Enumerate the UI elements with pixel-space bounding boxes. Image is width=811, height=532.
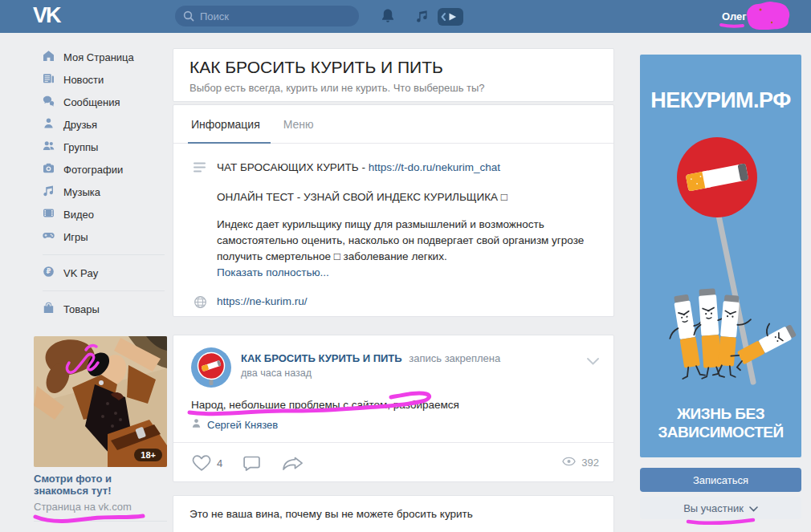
banner-brand: НЕКУРИМ.РФ <box>640 88 801 113</box>
globe-icon <box>194 293 207 314</box>
like-button[interactable]: 4 <box>191 453 222 473</box>
group-info-card: Информация Меню ЧАТ БРОСАЮЩИХ КУРИТЬ - h… <box>173 104 614 317</box>
video-icon <box>43 207 55 221</box>
search-input[interactable] <box>200 10 351 22</box>
share-button[interactable] <box>281 453 305 473</box>
sidebar-item-friends[interactable]: Друзья <box>43 113 165 136</box>
website-row: https://ne-kurim.ru/ <box>194 293 593 314</box>
signature-link: Сергей Князев <box>207 419 278 431</box>
user-menu-chevron-icon[interactable] <box>778 14 788 26</box>
tab-menu[interactable]: Меню <box>283 105 314 143</box>
sidebar-item-vk-pay[interactable]: ₽ VK Pay <box>43 262 165 284</box>
sidebar-item-groups[interactable]: Группы <box>43 136 165 158</box>
games-icon <box>43 229 55 244</box>
member-chevron-icon <box>749 502 758 514</box>
website-link[interactable]: https://ne-kurim.ru/ <box>217 295 308 307</box>
comment-icon <box>242 453 262 473</box>
group-status: Выбор есть всегда, курить или не курить.… <box>190 82 597 94</box>
sidebar-item-news[interactable]: Новости <box>43 68 165 91</box>
info-line-chat: ЧАТ БРОСАЮЩИХ КУРИТЬ - https://t-do.ru/n… <box>217 160 593 176</box>
photos-icon <box>43 162 55 177</box>
tab-bar: Информация Меню <box>173 105 613 144</box>
tab-information[interactable]: Информация <box>191 105 260 143</box>
subscribe-button[interactable]: Записаться <box>640 468 801 492</box>
post-text: Народ, небольшие проблемы с сайтом, разб… <box>191 399 459 411</box>
show-more-link[interactable]: Показать полностью... <box>217 266 329 278</box>
group-header-card: КАК БРОСИТЬ КУРИТЬ И ПИТЬ Выбор есть все… <box>173 48 614 102</box>
pinned-label: запись закреплена <box>409 352 500 364</box>
pinned-post-card: КАК БРОСИТЬ КУРИТЬ И ПИТЬ запись закрепл… <box>173 335 614 482</box>
heart-icon <box>191 453 212 473</box>
post-timestamp[interactable]: два часа назад <box>241 368 312 379</box>
groups-icon <box>43 140 55 154</box>
svg-text:₽: ₽ <box>47 267 51 275</box>
next-post-text: Это не ваша вина, почему вы не можете бр… <box>190 508 597 520</box>
top-bar: VK Олег <box>0 0 811 33</box>
chat-link[interactable]: https://t-do.ru/nekurim_chat <box>369 161 500 173</box>
vkpay-icon: ₽ <box>43 266 55 280</box>
sidebar-item-market[interactable]: Товары <box>43 298 165 320</box>
search-box <box>175 6 359 26</box>
video-clips-icon[interactable] <box>438 8 463 28</box>
post-views: 392 <box>562 457 599 469</box>
friends-icon <box>43 117 55 132</box>
sidebar-ad: 18+ Смотри фото и знакомься тут! Страниц… <box>34 336 167 522</box>
sidebar-item-my-page[interactable]: Моя Страница <box>43 46 165 68</box>
person-icon <box>191 418 202 431</box>
page-title: КАК БРОСИТЬ КУРИТЬ И ПИТЬ <box>190 58 597 77</box>
views-count: 392 <box>581 457 599 469</box>
post-signature[interactable]: Сергей Князев <box>191 418 278 431</box>
sidebar-divider <box>43 254 165 255</box>
group-avatar[interactable] <box>191 347 231 390</box>
no-smoking-illustration <box>640 55 801 457</box>
description-list-icon <box>194 160 207 281</box>
notifications-bell-icon[interactable] <box>380 8 396 27</box>
sidebar-item-messages[interactable]: Сообщения <box>43 91 165 113</box>
post-menu-chevron-icon[interactable] <box>587 355 599 368</box>
info-paragraph: Индекс дает курильщику пищу для размышле… <box>217 217 593 265</box>
vk-logo[interactable]: VK <box>33 3 60 28</box>
post-header: КАК БРОСИТЬ КУРИТЬ И ПИТЬ запись закрепл… <box>241 352 500 364</box>
description-row: ЧАТ БРОСАЮЩИХ КУРИТЬ - https://t-do.ru/n… <box>194 160 593 281</box>
right-banner-ad[interactable]: НЕКУРИМ.РФ ЖИЗНЬ БЕЗ ЗАВИСИМОСТЕЙ <box>640 55 801 457</box>
member-dropdown-button[interactable]: Вы участник <box>640 497 801 519</box>
next-post-card: Это не ваша вина, почему вы не можете бр… <box>173 495 614 532</box>
ad-divider <box>34 521 167 522</box>
like-count: 4 <box>217 457 222 469</box>
post-actions: 4 <box>191 443 305 483</box>
share-icon <box>281 453 305 473</box>
sidebar-item-video[interactable]: Видео <box>43 203 165 225</box>
eye-icon <box>562 457 576 469</box>
user-avatar[interactable] <box>750 5 773 28</box>
user-name[interactable]: Олег <box>722 10 747 22</box>
sidebar-item-games[interactable]: Игры <box>43 225 165 248</box>
messages-icon <box>43 95 55 109</box>
age-badge: 18+ <box>134 449 162 461</box>
ad-title-link[interactable]: Смотри фото и знакомься тут! <box>34 473 154 497</box>
left-sidebar: Моя Страница Новости Сообщения Друзья Гр… <box>43 46 165 320</box>
search-icon <box>183 10 194 22</box>
sidebar-item-photos[interactable]: Фотографии <box>43 158 165 181</box>
sidebar-divider <box>43 290 165 291</box>
ad-photo[interactable]: 18+ <box>34 336 167 467</box>
home-icon <box>43 50 55 64</box>
comment-button[interactable] <box>242 453 262 473</box>
banner-tagline: ЖИЗНЬ БЕЗ ЗАВИСИМОСТЕЙ <box>640 404 801 441</box>
market-icon <box>43 302 55 316</box>
news-icon <box>43 72 55 87</box>
music-icon <box>43 185 55 199</box>
info-body: ЧАТ БРОСАЮЩИХ КУРИТЬ - https://t-do.ru/n… <box>173 144 613 314</box>
music-icon[interactable] <box>415 9 429 26</box>
ad-subtitle: Страница на vk.com <box>34 501 167 513</box>
post-author-link[interactable]: КАК БРОСИТЬ КУРИТЬ И ПИТЬ <box>241 352 402 364</box>
sidebar-item-music[interactable]: Музыка <box>43 181 165 203</box>
info-line-test: ОНЛАЙН ТЕСТ - УЗНАЙ СВОЙ ИНДЕКС КУРИЛЬЩИ… <box>217 189 593 205</box>
